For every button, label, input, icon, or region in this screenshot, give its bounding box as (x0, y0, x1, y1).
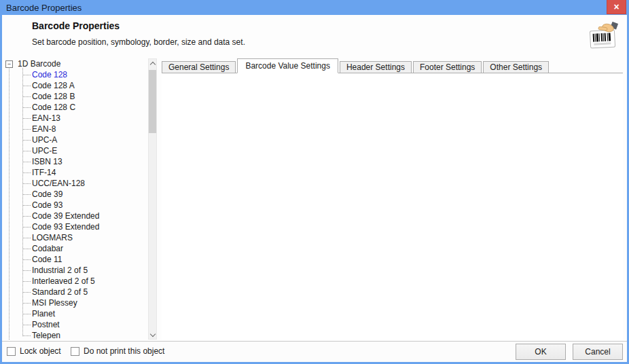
tree-item-label: Postnet (32, 320, 60, 329)
settings-tabs: General Settings Barcode Value Settings … (162, 58, 550, 73)
scroll-down-icon[interactable] (149, 330, 156, 339)
tree-item-label: Code 128 (32, 70, 67, 79)
tree-item[interactable]: EAN-13 (3, 113, 146, 124)
tree-item[interactable]: ISBN 13 (3, 156, 146, 167)
tree-stub (22, 118, 31, 119)
tree-stub (22, 75, 31, 75)
close-button[interactable]: × (607, 0, 626, 14)
page-subtitle: Set barcode position, symbology, border,… (32, 37, 245, 47)
tree-stub (22, 86, 31, 86)
tree-item[interactable]: Code 128 C (3, 102, 146, 113)
tree-root-label: 1D Barcode (18, 59, 60, 69)
tree-item-label: EAN-8 (32, 124, 56, 134)
tree-stub (22, 107, 31, 108)
tree-item-label: Interleaved 2 of 5 (32, 276, 95, 286)
tree-stub (22, 335, 31, 336)
tab[interactable]: Footer Settings (413, 61, 482, 73)
tree-item[interactable]: ITF-14 (3, 167, 146, 178)
tree-stub (22, 259, 31, 260)
tree-item-label: LOGMARS (32, 233, 73, 242)
barcode-hand-icon (588, 22, 619, 50)
tree-stub (22, 205, 31, 206)
tree-item[interactable]: Industrial 2 of 5 (3, 265, 146, 276)
tree-item-label: Code 11 (32, 255, 62, 264)
collapse-icon[interactable]: − (5, 60, 13, 68)
tree-item[interactable]: MSI Plessey (3, 297, 146, 308)
tree-stub (22, 96, 31, 97)
tree-item[interactable]: Postnet (3, 319, 146, 330)
tree-item-label: Standard 2 of 5 (32, 287, 88, 297)
tree-item-label: ITF-14 (32, 168, 56, 177)
tree-item[interactable]: Code 128 A (3, 80, 146, 91)
tab[interactable]: Other Settings (483, 61, 549, 73)
ok-button[interactable]: OK (516, 344, 566, 360)
tree-item[interactable]: Code 11 (3, 254, 146, 265)
window-title: Barcode Properties (6, 3, 82, 13)
tree-item[interactable]: LOGMARS (3, 232, 146, 243)
tree-item[interactable]: Codabar (3, 243, 146, 254)
tree-item-label: Planet (32, 309, 55, 318)
tree-item-label: UPC-E (32, 146, 57, 156)
tree-item[interactable]: UCC/EAN-128 (3, 178, 146, 189)
tree-item[interactable]: Code 128 (3, 69, 146, 80)
tree-item[interactable]: Code 93 Extended (3, 221, 146, 232)
tree-stub (22, 216, 31, 217)
tree-stub (22, 227, 31, 228)
tab[interactable]: General Settings (162, 61, 236, 73)
scrollbar-thumb[interactable] (149, 70, 156, 133)
tree-stub (22, 281, 31, 282)
tree-item-label: ISBN 13 (32, 157, 62, 166)
tree-item[interactable]: Code 39 (3, 189, 146, 200)
tree-item-label: Code 39 Extended (32, 211, 99, 221)
tree-scrollbar[interactable] (148, 58, 157, 340)
cancel-button[interactable]: Cancel (573, 344, 623, 360)
tree-item[interactable]: Planet (3, 308, 146, 319)
tree-stub (22, 238, 31, 238)
tab-label: Other Settings (490, 62, 542, 72)
tab-label: Footer Settings (420, 62, 475, 72)
checkbox[interactable] (71, 347, 79, 356)
tree-stub (22, 194, 31, 195)
do-not-print-checkbox[interactable]: Do not print this object (71, 346, 164, 356)
barcode-properties-window: Barcode Properties × Barcode Properties … (0, 0, 629, 364)
scroll-up-icon[interactable] (149, 59, 156, 68)
symbology-tree: − 1D Barcode Code 128 Code 128 A Code 12… (3, 58, 146, 340)
titlebar[interactable]: Barcode Properties × (0, 0, 629, 15)
page-title: Barcode Properties (32, 20, 120, 31)
tree-item-label: UPC-A (32, 135, 57, 145)
tree-item[interactable]: Code 128 B (3, 91, 146, 102)
tree-item-label: UCC/EAN-128 (32, 179, 85, 188)
tree-stub (22, 270, 31, 271)
tree-item-label: Code 128 B (32, 92, 75, 101)
tree-stub (22, 172, 31, 173)
tree-item[interactable]: Interleaved 2 of 5 (3, 276, 146, 287)
tree-children: Code 128 Code 128 A Code 128 B Code 128 … (3, 69, 146, 340)
tree-item-label: Code 93 Extended (32, 222, 99, 232)
tree-stub (22, 249, 31, 249)
tree-root-1d-barcode[interactable]: − 1D Barcode (3, 58, 60, 69)
tree-item-label: MSI Plessey (32, 298, 77, 308)
tree-item[interactable]: Telepen (3, 330, 146, 340)
tree-item-label: Code 128 A (32, 81, 75, 90)
tab[interactable]: Barcode Value Settings (237, 58, 338, 73)
tab-label: General Settings (168, 62, 229, 72)
tree-stub (22, 151, 31, 151)
tree-item[interactable]: Code 93 (3, 200, 146, 211)
tab[interactable]: Header Settings (340, 61, 412, 73)
lock-object-checkbox[interactable]: Lock object (7, 346, 61, 356)
tree-item-label: Industrial 2 of 5 (32, 266, 88, 275)
tree-item[interactable]: Standard 2 of 5 (3, 287, 146, 297)
tree-item[interactable]: EAN-8 (3, 124, 146, 134)
tree-item-label: Code 39 (32, 189, 62, 199)
checkbox[interactable] (7, 347, 16, 356)
tree-stub (22, 303, 31, 304)
tree-stub (22, 129, 31, 130)
tree-item[interactable]: UPC-A (3, 134, 146, 145)
tree-stub (22, 314, 31, 314)
tree-item-label: Code 128 C (32, 103, 75, 112)
tree-item[interactable]: UPC-E (3, 145, 146, 156)
tree-item[interactable]: Code 39 Extended (3, 211, 146, 221)
close-icon: × (613, 1, 619, 12)
tree-item-label: EAN-13 (32, 113, 60, 123)
tree-item-label: Code 93 (32, 200, 62, 210)
